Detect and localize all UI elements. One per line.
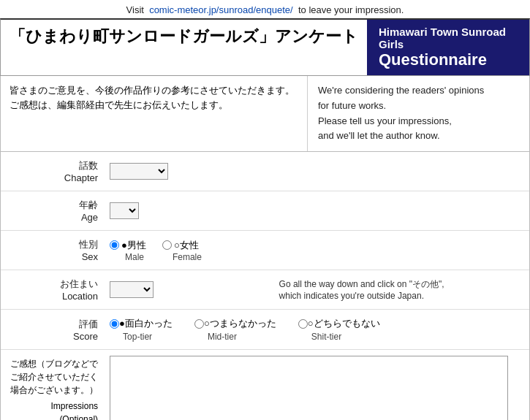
score-shit-jp: ○どちらでもない: [308, 317, 380, 330]
age-label-en: Age: [78, 212, 98, 223]
desc-en-line1: We're considering the readers' opinions: [318, 83, 519, 99]
chapter-label-en: Chapter: [61, 172, 98, 183]
header-title-en: Himawari Town Sunroad Girls Questionnair…: [367, 20, 529, 75]
impressions-input-cell: [104, 350, 529, 420]
topbar-prefix: Visit: [126, 4, 144, 15]
desc-jp-line2: ご感想は、編集部経由で先生にお伝えいたします。: [10, 98, 298, 112]
score-input-cell: ●面白かった Top-tier ○つまらなかった Mid-tier: [104, 310, 529, 350]
impressions-row: ご感想（ブログなどでご紹介させていただく場合がございます。） Impressio…: [1, 350, 529, 420]
location-label-jp: お住まい: [60, 278, 98, 289]
sex-label-cell: 性別 Sex: [1, 231, 104, 270]
score-shit-radio[interactable]: [298, 319, 308, 329]
age-label-cell: 年齢 Age: [1, 191, 104, 231]
sex-male-jp: ●男性: [121, 239, 146, 252]
location-select[interactable]: [110, 281, 154, 298]
topbar-suffix: to leave your impression.: [298, 4, 404, 15]
score-row: 評価 Score ●面白かった Top-tier: [1, 310, 529, 350]
sex-female-jp: ○女性: [174, 239, 199, 252]
score-radio-group: ●面白かった Top-tier ○つまらなかった Mid-tier: [110, 317, 523, 342]
topbar-link[interactable]: comic-meteor.jp/sunroad/enquete/: [149, 4, 293, 15]
description-box: 皆さまのご意見を、今後の作品作りの参考にさせていただきます。 ご感想は、編集部経…: [0, 76, 530, 152]
impressions-label-jp: ご感想（ブログなどでご紹介させていただく場合がございます。）: [7, 357, 98, 397]
score-shit-en: Shit-tier: [298, 332, 341, 342]
score-top-jp: ●面白かった: [119, 317, 173, 330]
form-table: 話数 Chapter 年齢 Age: [1, 152, 529, 420]
form-container: 話数 Chapter 年齢 Age: [0, 152, 530, 420]
score-item-2: ○どちらでもない Shit-tier: [298, 317, 380, 342]
sex-row: 性別 Sex ●男性 Male ○女: [1, 231, 529, 270]
score-mid-radio[interactable]: [194, 319, 204, 329]
top-bar: Visit comic-meteor.jp/sunroad/enquete/ t…: [0, 0, 530, 18]
desc-jp-line1: 皆さまのご意見を、今後の作品作りの参考にさせていただきます。: [10, 83, 298, 98]
desc-en-line2: for future works.: [318, 99, 519, 114]
sex-male-en: Male: [112, 252, 144, 262]
description-jp: 皆さまのご意見を、今後の作品作りの参考にさせていただきます。 ご感想は、編集部経…: [1, 76, 308, 151]
sex-radio-group: ●男性 Male ○女性 Female: [110, 239, 268, 262]
score-label-cell: 評価 Score: [1, 310, 104, 350]
age-row: 年齢 Age: [1, 191, 529, 231]
impressions-textarea[interactable]: [110, 356, 508, 420]
chapter-label-cell: 話数 Chapter: [1, 152, 104, 191]
header-en-line1: Himawari Town Sunroad Girls: [379, 26, 518, 50]
score-label-en: Score: [70, 331, 98, 342]
age-input-cell: [104, 191, 273, 231]
score-item-1: ○つまらなかった Mid-tier: [194, 317, 276, 342]
chapter-row: 話数 Chapter: [1, 152, 529, 191]
sex-input-cell: ●男性 Male ○女性 Female: [104, 231, 273, 270]
age-select[interactable]: [110, 202, 139, 219]
impressions-label-cell: ご感想（ブログなどでご紹介させていただく場合がございます。） Impressio…: [1, 350, 104, 420]
chapter-input-cell: [104, 152, 273, 191]
sex-female-radio[interactable]: [162, 240, 172, 250]
score-mid-en: Mid-tier: [194, 332, 237, 342]
sex-male-radio[interactable]: [110, 240, 119, 250]
score-top-en: Top-tier: [110, 332, 152, 342]
location-row: お住まい Location Go all the way down and cl…: [1, 270, 529, 310]
chapter-label-jp: 話数: [79, 160, 98, 171]
header-title-jp: 「ひまわり町サンロードガールズ」アンケート: [1, 20, 367, 75]
score-top-radio[interactable]: [110, 319, 119, 329]
header-en-line2: Questionnaire: [379, 50, 518, 69]
description-en: We're considering the readers' opinions …: [308, 76, 529, 151]
impressions-label-en: Impressions(Optional): [7, 400, 98, 420]
age-label-jp: 年齢: [79, 199, 98, 210]
sex-label-jp: 性別: [79, 239, 98, 250]
desc-en-line3: Please tell us your impressions,: [318, 114, 519, 129]
location-label-cell: お住まい Location: [1, 270, 104, 310]
score-label-jp: 評価: [79, 318, 98, 329]
score-mid-jp: ○つまらなかった: [204, 317, 276, 330]
location-note: Go all the way down and click on "その他",w…: [273, 270, 529, 310]
location-label-en: Location: [59, 291, 98, 302]
score-item-0: ●面白かった Top-tier: [110, 317, 173, 342]
location-input-cell: [104, 270, 273, 310]
chapter-select[interactable]: [110, 163, 168, 180]
desc-en-line4: and we'll let the author know.: [318, 129, 519, 144]
sex-male-item: ●男性 Male: [110, 239, 146, 262]
page-header: 「ひまわり町サンロードガールズ」アンケート Himawari Town Sunr…: [0, 18, 530, 76]
sex-female-item: ○女性 Female: [159, 239, 202, 262]
sex-label-en: Sex: [79, 251, 98, 262]
sex-female-en: Female: [159, 252, 202, 262]
